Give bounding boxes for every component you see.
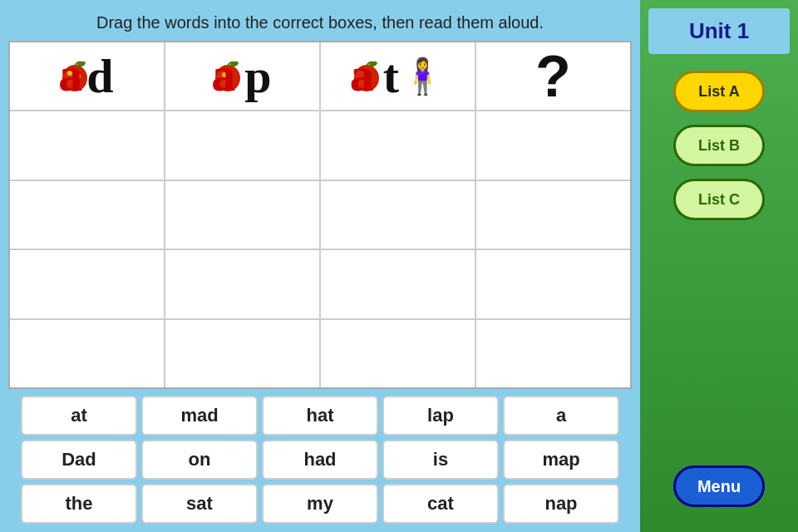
word-tile-had[interactable]: had [262,440,378,480]
ap-a-letter: a [211,47,235,102]
cell-2-3[interactable] [321,181,476,249]
word-tile-dad[interactable]: Dad [21,440,137,480]
word-tile-on[interactable]: on [141,440,258,480]
word-row-2: Dad on had is map [8,440,632,480]
word-tile-sat[interactable]: sat [141,484,258,524]
cell-3-1[interactable] [10,250,165,318]
cell-4-1[interactable] [10,320,165,387]
ad-header-content: d a [57,45,116,107]
grid-row-4[interactable] [10,320,630,387]
cell-2-2[interactable] [165,181,321,249]
word-row-1: at mad hat lap a [8,396,632,436]
list-b-button[interactable]: List B [673,125,765,166]
cell-1-3[interactable] [321,111,476,179]
word-tile-map[interactable]: map [503,440,619,480]
sidebar: Unit 1 List A List B List C Menu [640,0,798,532]
word-tile-cat[interactable]: cat [382,484,499,524]
cell-4-4[interactable] [476,320,630,387]
word-tile-hat[interactable]: hat [262,396,378,436]
unit-label: Unit 1 [648,8,790,54]
question-mark: ? [535,43,571,110]
word-tile-a[interactable]: a [503,396,619,436]
grid-header-row: d a a p [10,42,630,111]
word-tile-at[interactable]: at [21,396,137,436]
ap-header-content: a p [209,45,274,107]
column-header-ap: a p [165,42,321,110]
at-a-letter: a [350,47,374,102]
character-figure: 🧍‍♀️ [401,56,444,96]
cell-1-1[interactable] [10,111,165,179]
ap-p-letter: p [244,48,271,104]
word-tile-mad[interactable]: mad [141,396,258,436]
at-header-content: a t 🧍‍♀️ [348,45,447,107]
at-t-letter: t [383,48,399,104]
cell-1-4[interactable] [476,111,630,179]
grid-row-1[interactable] [10,111,630,180]
word-tile-nap[interactable]: nap [503,484,619,524]
cell-3-2[interactable] [165,250,321,318]
menu-button[interactable]: Menu [673,466,765,507]
list-a-button[interactable]: List A [673,71,765,112]
main-area: Drag the words into the correct boxes, t… [0,0,640,532]
column-header-unknown: ? [476,42,630,110]
cell-2-4[interactable] [476,181,630,249]
column-header-ad: d a [10,42,165,110]
column-header-at: a t 🧍‍♀️ [321,42,476,110]
instruction-text: Drag the words into the correct boxes, t… [8,8,632,41]
word-tile-is[interactable]: is [382,440,499,480]
grid-row-3[interactable] [10,250,630,319]
word-bank: at mad hat lap a Dad on had is map the s… [8,396,632,524]
word-tile-my[interactable]: my [262,484,378,524]
word-row-3: the sat my cat nap [8,484,632,524]
cell-4-2[interactable] [165,320,321,387]
cell-2-1[interactable] [10,181,165,249]
cell-3-3[interactable] [321,250,476,318]
cell-3-4[interactable] [476,250,630,318]
cell-4-3[interactable] [321,320,476,387]
list-c-button[interactable]: List C [673,179,765,220]
word-tile-the[interactable]: the [21,484,137,524]
sorting-grid: d a a p [8,41,632,389]
cell-1-2[interactable] [165,111,321,179]
word-tile-lap[interactable]: lap [382,396,499,436]
ad-a-letter: a [58,47,82,102]
grid-row-2[interactable] [10,181,630,250]
ad-text: d [86,48,113,104]
